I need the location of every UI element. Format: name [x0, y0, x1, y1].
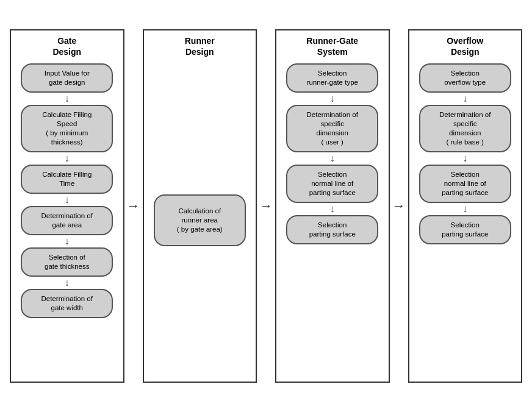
runner-gate-system-box: Runner-GateSystem Selectionrunner-gate t…: [275, 29, 390, 383]
node-selection-gate-thickness: Selection ofgate thickness: [21, 247, 113, 277]
node-determination-gate-width: Determination ofgate width: [21, 289, 113, 318]
node-calc-runner-area: Calculation ofrunner area( by gate area): [154, 194, 246, 246]
arrow-ov-2: ↓: [462, 154, 467, 163]
arrow-rg-1: ↓: [330, 94, 335, 104]
arrow-5: ↓: [65, 278, 70, 288]
runner-design-column: RunnerDesign Calculation ofrunner area( …: [143, 29, 257, 383]
overflow-design-box: OverflowDesign Selectionoverflow type ↓ …: [408, 29, 523, 383]
node-input-value: Input Value forgate design: [21, 63, 113, 93]
node-calc-filling-time: Calculate FillingTime: [21, 165, 113, 194]
arrow-rg-3: ↓: [330, 204, 335, 214]
runner-gate-system-title: Runner-GateSystem: [306, 35, 358, 57]
node-selection-normal-line-rg: Selectionnormal line ofparting surface: [286, 165, 378, 203]
runner-gate-system-column: Runner-GateSystem Selectionrunner-gate t…: [275, 29, 390, 383]
node-selection-runner-gate-type: Selectionrunner-gate type: [286, 63, 378, 93]
arrow-runner-to-rg: →: [257, 198, 275, 214]
overflow-design-title: OverflowDesign: [447, 35, 483, 57]
arrow-2: ↓: [65, 154, 70, 163]
arrow-1: ↓: [65, 94, 70, 104]
gate-design-title: GateDesign: [52, 35, 81, 57]
node-selection-normal-line-ov: Selectionnormal line ofparting surface: [419, 165, 511, 203]
arrow-rg-to-overflow: →: [390, 198, 408, 214]
main-diagram: GateDesign Input Value forgate design ↓ …: [4, 23, 528, 389]
node-selection-overflow-type: Selectionoverflow type: [419, 63, 511, 93]
runner-design-title: RunnerDesign: [185, 35, 215, 57]
node-determination-specific-dim-user: Determination ofspecificdimension( user …: [286, 105, 378, 152]
arrow-3: ↓: [65, 195, 70, 205]
node-selection-parting-surface-rg: Selectionparting surface: [286, 215, 378, 244]
node-determination-gate-area: Determination ofgate area: [21, 206, 113, 235]
gate-design-box: GateDesign Input Value forgate design ↓ …: [10, 29, 124, 383]
gate-design-column: GateDesign Input Value forgate design ↓ …: [10, 29, 124, 383]
node-determination-specific-dim-rule: Determination ofspecificdimension( rule …: [419, 105, 511, 152]
arrow-4: ↓: [65, 236, 70, 246]
node-selection-parting-surface-ov: Selectionparting surface: [419, 215, 511, 244]
runner-design-box: RunnerDesign Calculation ofrunner area( …: [143, 29, 257, 383]
node-calc-filling-speed: Calculate FillingSpeed( by minimumthickn…: [21, 105, 113, 152]
arrow-ov-1: ↓: [462, 94, 467, 104]
arrow-rg-2: ↓: [330, 154, 335, 163]
overflow-design-column: OverflowDesign Selectionoverflow type ↓ …: [408, 29, 523, 383]
arrow-gate-to-runner: →: [124, 198, 143, 214]
arrow-ov-3: ↓: [462, 204, 467, 214]
